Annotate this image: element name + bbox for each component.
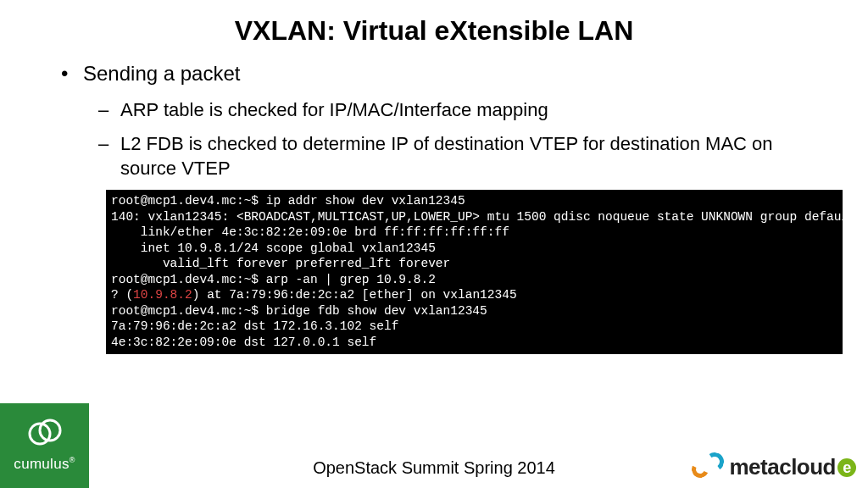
term-line: inet 10.9.8.1/24 scope global vxlan12345 <box>111 241 436 255</box>
term-line: root@mcp1.dev4.mc:~$ ip addr show dev vx… <box>111 194 465 208</box>
metacloud-brand-text: metacloude <box>729 454 856 480</box>
term-ip-highlight: 10.9.8.2 <box>133 288 192 302</box>
cumulus-logo: cumulus® <box>0 403 89 488</box>
slide-title: VXLAN: Virtual eXtensible LAN <box>0 0 868 47</box>
term-line: valid_lft forever preferred_lft forever <box>111 257 450 270</box>
metacloud-logo: metacloude <box>690 451 856 483</box>
terminal-output: root@mcp1.dev4.mc:~$ ip addr show dev vx… <box>106 190 843 353</box>
term-line: 140: vxlan12345: <BROADCAST,MULTICAST,UP… <box>111 210 843 224</box>
bullet-sending-packet: Sending a packet <box>83 62 817 86</box>
term-line: link/ether 4e:3c:82:2e:09:0e brd ff:ff:f… <box>111 225 509 239</box>
term-line: 4e:3c:82:2e:09:0e dst 127.0.0.1 self <box>111 336 376 349</box>
bullet-arp-table: ARP table is checked for IP/MAC/Interfac… <box>120 97 817 123</box>
cumulus-icon <box>26 415 64 449</box>
term-line: ) at 7a:79:96:de:2c:a2 [ether] on vxlan1… <box>192 288 517 302</box>
bullet-l2-fdb: L2 FDB is checked to determine IP of des… <box>120 131 817 181</box>
slide-body: Sending a packet ARP table is checked fo… <box>0 47 868 181</box>
cumulus-brand-text: cumulus® <box>0 456 89 473</box>
term-line: ? ( <box>111 288 133 302</box>
term-line: 7a:79:96:de:2c:a2 dst 172.16.3.102 self <box>111 319 398 333</box>
metacloud-icon <box>690 451 729 483</box>
term-line: root@mcp1.dev4.mc:~$ arp -an | grep 10.9… <box>111 273 436 286</box>
term-line: root@mcp1.dev4.mc:~$ bridge fdb show dev… <box>111 304 487 318</box>
